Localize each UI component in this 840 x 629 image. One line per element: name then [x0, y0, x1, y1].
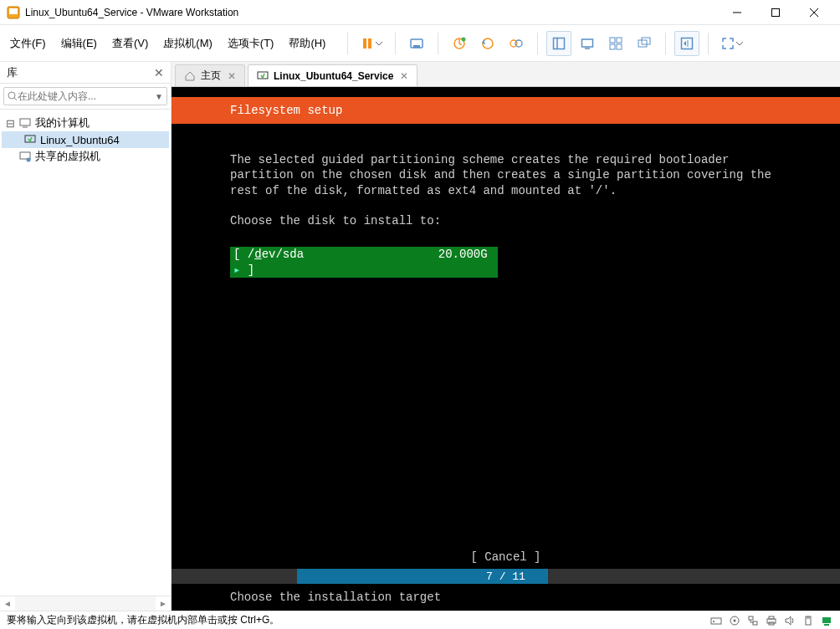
svg-rect-22	[617, 44, 622, 49]
pause-button[interactable]	[356, 31, 387, 56]
menu-help[interactable]: 帮助(H)	[282, 33, 332, 54]
tab-home[interactable]: 主页 ✕	[175, 64, 245, 86]
svg-rect-20	[617, 38, 622, 43]
menu-edit[interactable]: 编辑(E)	[54, 33, 104, 54]
collapse-icon[interactable]: ⊟	[5, 117, 15, 130]
hdd-icon[interactable]	[709, 614, 723, 627]
svg-rect-1	[9, 8, 18, 14]
svg-point-38	[734, 619, 736, 621]
cd-icon[interactable]	[728, 614, 741, 627]
vm-console[interactable]: Filesystem setup The selected guided par…	[172, 87, 840, 611]
menu-file[interactable]: 文件(F)	[3, 33, 53, 54]
svg-rect-42	[769, 616, 774, 619]
tab-vm[interactable]: Linux_Ubuntu64_Service ✕	[248, 64, 417, 86]
tree-item-shared[interactable]: 共享的虚拟机	[2, 148, 169, 165]
library-tree: ⊟ 我的计算机 Linux_Ubuntu64 共享的虚拟机	[0, 110, 171, 596]
svg-rect-19	[610, 38, 615, 43]
svg-rect-6	[363, 38, 366, 49]
svg-rect-3	[772, 8, 780, 16]
tree-label: 我的计算机	[35, 115, 90, 130]
svg-rect-35	[711, 618, 721, 624]
cancel-button[interactable]: [ Cancel ]	[172, 545, 840, 569]
sidebar-title: 库	[7, 65, 154, 80]
svg-rect-44	[806, 616, 811, 625]
status-message: 要将输入定向到该虚拟机，请在虚拟机内部单击或按 Ctrl+G。	[7, 613, 709, 627]
tab-close-icon[interactable]: ✕	[228, 70, 236, 82]
menu-vm[interactable]: 虚拟机(M)	[156, 33, 219, 54]
close-button[interactable]	[795, 0, 833, 25]
search-icon	[8, 91, 18, 101]
network-icon[interactable]	[746, 614, 760, 627]
snapshot-manager-icon[interactable]	[504, 31, 529, 56]
tab-label: 主页	[201, 69, 221, 83]
svg-rect-17	[582, 39, 593, 47]
svg-rect-7	[368, 38, 371, 49]
svg-rect-47	[822, 617, 831, 623]
svg-rect-29	[20, 119, 30, 125]
tree-item-vm[interactable]: Linux_Ubuntu64	[2, 131, 169, 148]
menu-view[interactable]: 查看(V)	[105, 33, 155, 54]
svg-point-33	[27, 158, 31, 162]
view-thumbnail-icon[interactable]	[603, 31, 628, 56]
menu-tabs[interactable]: 选项卡(T)	[221, 33, 281, 54]
svg-point-11	[462, 37, 466, 41]
tree-label: 共享的虚拟机	[35, 149, 100, 164]
sidebar-close-icon[interactable]: ✕	[154, 66, 164, 79]
svg-rect-21	[610, 44, 615, 49]
menubar: 文件(F) 编辑(E) 查看(V) 虚拟机(M) 选项卡(T) 帮助(H)	[0, 25, 840, 62]
tree-item-my-computer[interactable]: ⊟ 我的计算机	[2, 115, 169, 131]
home-icon	[184, 70, 196, 82]
vm-icon	[23, 133, 37, 146]
tab-bar: 主页 ✕ Linux_Ubuntu64_Service ✕	[172, 62, 840, 87]
shared-icon	[18, 150, 32, 163]
svg-rect-25	[682, 38, 693, 49]
tree-label: Linux_Ubuntu64	[40, 134, 120, 146]
send-ctrl-alt-del-icon[interactable]	[404, 31, 429, 56]
tab-label: Linux_Ubuntu64_Service	[274, 70, 393, 82]
window-title: Linux_Ubuntu64_Service - VMware Workstat…	[25, 7, 718, 18]
svg-rect-39	[749, 616, 753, 620]
minimize-button[interactable]	[718, 0, 756, 25]
library-sidebar: 库 ✕ ▼ ⊟ 我的计算机 Linux_Ubuntu64 共享	[0, 62, 172, 611]
search-dropdown-icon[interactable]: ▼	[155, 92, 163, 101]
sidebar-scrollbar[interactable]: ◄ ►	[0, 596, 171, 611]
installer-hint: Choose the installation target	[172, 584, 840, 611]
app-icon	[7, 6, 20, 19]
sound-icon[interactable]	[783, 614, 796, 627]
svg-rect-24	[642, 38, 650, 44]
revert-snapshot-icon[interactable]	[475, 31, 500, 56]
search-input[interactable]: ▼	[3, 87, 167, 105]
svg-rect-23	[638, 40, 647, 47]
svg-line-28	[14, 98, 17, 100]
svg-point-27	[8, 92, 15, 99]
statusbar: 要将输入定向到该虚拟机，请在虚拟机内部单击或按 Ctrl+G。	[0, 611, 840, 629]
view-console-icon[interactable]	[575, 31, 600, 56]
svg-rect-9	[413, 45, 420, 48]
svg-point-14	[515, 40, 522, 47]
snapshot-icon[interactable]	[447, 31, 472, 56]
disk-option[interactable]: [ /dev/sda20.000G ▸ ]	[230, 247, 498, 277]
install-progress: 7 / 11	[172, 569, 840, 584]
stretch-guest-icon[interactable]	[717, 31, 747, 56]
fullscreen-icon[interactable]	[674, 31, 699, 56]
vm-tab-icon	[257, 70, 269, 82]
window-titlebar: Linux_Ubuntu64_Service - VMware Workstat…	[0, 0, 840, 25]
svg-rect-15	[554, 38, 565, 49]
view-single-icon[interactable]	[546, 31, 571, 56]
scroll-left-icon[interactable]: ◄	[0, 599, 15, 608]
installer-body: The selected guided partitioning scheme …	[172, 124, 840, 293]
tab-close-icon[interactable]: ✕	[400, 70, 408, 82]
scroll-right-icon[interactable]: ►	[156, 599, 171, 608]
printer-icon[interactable]	[765, 614, 778, 627]
vmtools-icon[interactable]	[820, 614, 833, 627]
view-unity-icon[interactable]	[632, 31, 657, 56]
usb-icon[interactable]	[802, 614, 815, 627]
maximize-button[interactable]	[756, 0, 795, 25]
installer-header: Filesystem setup	[172, 97, 840, 124]
monitor-icon	[18, 116, 32, 130]
svg-point-36	[713, 621, 715, 622]
